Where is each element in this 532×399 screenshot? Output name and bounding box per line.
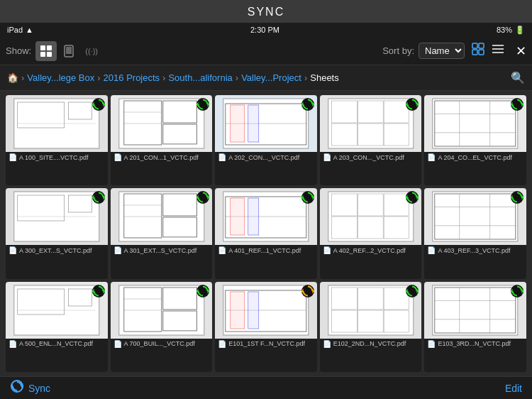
svg-point-103	[93, 285, 104, 296]
edit-button[interactable]: Edit	[505, 383, 522, 394]
breadcrumb-item-valley-box[interactable]: Valley...lege Box	[27, 72, 94, 83]
crumb-sep-4: ›	[304, 72, 307, 83]
svg-rect-118	[231, 292, 245, 329]
home-icon[interactable]: 🏠	[7, 72, 18, 83]
file-type-icon: 📄	[113, 153, 122, 161]
sync-badge	[406, 191, 419, 204]
file-type-icon: 📄	[323, 246, 331, 254]
file-name-text: A 301_EXT...S_VCTC.pdf	[124, 247, 197, 254]
file-name-text: A 402_REF...2_VCTC.pdf	[333, 247, 406, 254]
svg-rect-3	[47, 52, 52, 57]
file-tile[interactable]: 📄A 301_EXT...S_VCTC.pdf	[111, 188, 213, 278]
sync-button[interactable]: Sync	[10, 379, 50, 397]
breadcrumb-item-south[interactable]: South...alifornia	[168, 72, 232, 83]
file-tile[interactable]: 📄A 401_REF...1_VCTC.pdf	[215, 188, 317, 278]
sync-badge	[301, 285, 314, 297]
file-name-text: A 500_ENL...N_VCTC.pdf	[19, 340, 93, 347]
battery-icon: 🔋	[515, 26, 525, 35]
file-tile[interactable]: 📄A 403_REF...3_VCTC.pdf	[424, 188, 526, 278]
edit-label: Edit	[505, 383, 522, 394]
file-name-text: A 300_EXT...S_VCTC.pdf	[19, 247, 92, 254]
svg-marker-141	[511, 288, 513, 293]
svg-marker-70	[208, 195, 210, 200]
file-tile[interactable]: 📄A 201_CON...1_VCTC.pdf	[111, 95, 213, 185]
breadcrumb-item-valley-project[interactable]: Valley...Project	[241, 72, 301, 83]
search-icon[interactable]: 🔍	[511, 71, 525, 84]
file-type-icon: 📄	[323, 153, 331, 161]
file-name-label: 📄A 401_REF...1_VCTC.pdf	[215, 245, 317, 256]
file-tile[interactable]: 📄A 204_CO...EL_VCTC.pdf	[424, 95, 526, 185]
sort-select[interactable]: Name Date Size Type	[419, 43, 465, 59]
file-thumbnail	[215, 282, 317, 339]
svg-marker-140	[521, 288, 523, 293]
file-tile[interactable]: 📄A 203_CON..._VCTC.pdf	[320, 95, 422, 185]
file-tile[interactable]: 📄E103_3RD...N_VCTC.pdf	[424, 282, 526, 372]
file-thumbnail	[111, 282, 213, 339]
list-view-button[interactable]	[492, 43, 504, 59]
file-type-icon: 📄	[427, 153, 436, 161]
svg-point-87	[407, 192, 418, 203]
sync-badge	[301, 191, 314, 204]
svg-rect-119	[248, 292, 259, 329]
file-name-text: A 203_CON..._VCTC.pdf	[333, 154, 404, 161]
device-label: iPad	[7, 26, 23, 34]
svg-marker-62	[92, 195, 94, 200]
breadcrumb: 🏠 › Valley...lege Box › 2016 Projects › …	[0, 65, 532, 91]
title-text: SYNC	[248, 6, 284, 18]
file-thumbnail	[215, 95, 317, 152]
svg-rect-75	[231, 198, 245, 235]
file-type-icon: 📄	[9, 153, 17, 161]
files-view-button[interactable]	[35, 41, 57, 61]
file-type-icon: 📄	[9, 340, 17, 348]
status-bar: iPad ▲ 2:30 PM 83% 🔋	[0, 23, 532, 37]
file-name-text: E101_1ST F...N_VCTC.pdf	[228, 340, 305, 347]
svg-marker-121	[312, 288, 314, 293]
svg-marker-61	[103, 195, 105, 200]
file-name-label: 📄E103_3RD...N_VCTC.pdf	[424, 339, 526, 349]
sync-badge	[92, 191, 105, 204]
file-name-label: 📄A 100_SITE....VCTC.pdf	[6, 152, 108, 163]
svg-marker-132	[406, 288, 408, 293]
wireless-button[interactable]: ((·))	[81, 41, 102, 61]
svg-rect-33	[248, 105, 259, 142]
sync-badge	[511, 98, 523, 111]
svg-rect-76	[248, 198, 259, 235]
svg-rect-47	[433, 99, 518, 148]
svg-rect-5	[66, 47, 72, 54]
svg-point-112	[197, 285, 208, 296]
file-tile[interactable]: 📄A 202_CON..._VCTC.pdf	[215, 95, 317, 185]
file-type-icon: 📄	[113, 340, 122, 348]
file-name-text: A 401_REF...1_VCTC.pdf	[228, 247, 301, 254]
svg-marker-18	[103, 102, 105, 106]
file-name-label: 📄A 300_EXT...S_VCTC.pdf	[6, 245, 108, 256]
file-tile[interactable]: 📄E102_2ND...N_VCTC.pdf	[320, 282, 422, 372]
svg-marker-79	[301, 195, 304, 200]
grid-view-button[interactable]	[472, 43, 484, 59]
close-button[interactable]: ✕	[516, 43, 526, 59]
file-tile[interactable]: 📄A 300_EXT...S_VCTC.pdf	[6, 188, 108, 278]
file-thumbnail	[6, 188, 108, 245]
file-name-label: 📄A 201_CON...1_VCTC.pdf	[111, 152, 213, 163]
file-tile[interactable]: 📄A 700_BUIL..._VCTC.pdf	[111, 282, 213, 372]
svg-point-26	[197, 99, 208, 109]
file-name-text: E103_3RD...N_VCTC.pdf	[438, 340, 511, 347]
svg-marker-36	[301, 102, 304, 106]
svg-rect-7	[479, 43, 484, 48]
tablet-view-button[interactable]	[58, 41, 79, 61]
sort-label: Sort by:	[382, 45, 414, 56]
file-grid: 📄A 100_SITE....VCTC.pdf 📄A 201_CON...1_V…	[0, 91, 532, 376]
svg-marker-19	[92, 102, 94, 106]
svg-point-44	[407, 99, 418, 109]
file-thumbnail	[111, 95, 213, 152]
file-tile[interactable]: 📄E101_1ST F...N_VCTC.pdf	[215, 282, 317, 372]
file-name-text: A 403_REF...3_VCTC.pdf	[438, 247, 510, 254]
file-name-label: 📄A 700_BUIL..._VCTC.pdf	[111, 339, 213, 349]
file-thumbnail	[6, 95, 108, 152]
file-type-icon: 📄	[9, 246, 17, 254]
breadcrumb-item-2016[interactable]: 2016 Projects	[104, 72, 160, 83]
file-tile[interactable]: 📄A 500_ENL...N_VCTC.pdf	[6, 282, 108, 372]
sync-badge	[196, 191, 209, 204]
file-tile[interactable]: 📄A 100_SITE....VCTC.pdf	[6, 95, 108, 185]
crumb-sep-2: ›	[162, 72, 165, 83]
file-tile[interactable]: 📄A 402_REF...2_VCTC.pdf	[320, 188, 422, 278]
